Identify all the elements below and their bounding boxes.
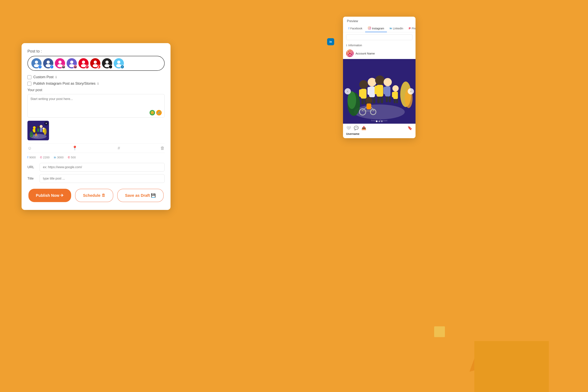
pi-char-count: © 500	[68, 156, 76, 159]
avatar-4[interactable]: 📷	[67, 58, 77, 68]
preview-info: ℹ Information	[343, 42, 416, 48]
svg-rect-76	[366, 104, 371, 109]
svg-point-14	[117, 60, 120, 64]
url-label: URL	[28, 165, 37, 169]
attachment-area: ✕	[28, 121, 49, 140]
hashtag-toolbar-icon[interactable]: #	[118, 146, 120, 151]
svg-rect-33	[368, 27, 371, 29]
preview-dot-1	[376, 120, 378, 122]
preview-actions: 🤍 💬 📤 🔖	[343, 124, 416, 132]
title-row: Title	[28, 174, 165, 183]
publish-now-button[interactable]: Publish Now ✈	[28, 189, 71, 202]
svg-point-57	[375, 76, 384, 85]
avatar-3[interactable]: 📷	[55, 58, 65, 68]
save-draft-button[interactable]: Save as Draft 💾	[117, 189, 164, 202]
svg-point-10	[94, 60, 97, 64]
svg-rect-59	[374, 86, 378, 94]
instagram-story-info-icon[interactable]: ℹ	[98, 82, 98, 86]
svg-rect-62	[381, 97, 383, 103]
avatar-6[interactable]: ▶	[90, 58, 100, 68]
fb-char-count: f 9000	[28, 156, 36, 159]
fb-char-icon: f	[28, 156, 28, 159]
bookmark-icon[interactable]: 🔖	[408, 126, 412, 130]
location-toolbar-icon[interactable]: 📍	[72, 146, 78, 151]
share-icon[interactable]: 📤	[362, 126, 366, 130]
custom-post-row: Custom Post ℹ	[28, 75, 165, 79]
avatar-badge-ig-1: 📷	[62, 65, 66, 69]
avatar-badge-fb-1: f	[38, 65, 42, 69]
svg-rect-60	[379, 86, 382, 94]
svg-rect-36	[347, 51, 352, 56]
svg-point-38	[351, 52, 352, 52]
tab-linkedin[interactable]: in LinkedIn	[387, 25, 406, 32]
comment-icon[interactable]: 💬	[354, 126, 359, 130]
svg-point-6	[70, 60, 73, 64]
svg-point-40	[354, 104, 405, 119]
url-input[interactable]	[40, 163, 165, 172]
svg-rect-53	[368, 87, 370, 95]
custom-post-label: Custom Post	[33, 75, 54, 79]
custom-post-checkbox[interactable]	[28, 75, 31, 79]
trash-toolbar-icon[interactable]: 🗑	[160, 146, 165, 151]
avatar-2[interactable]: f	[43, 58, 53, 68]
svg-point-0	[35, 60, 38, 64]
svg-rect-22	[37, 128, 39, 132]
svg-rect-48	[364, 90, 366, 97]
post-textarea[interactable]	[30, 97, 162, 113]
svg-rect-71	[392, 92, 394, 98]
svg-point-45	[359, 80, 368, 89]
emoji-toolbar-icon[interactable]: ☺	[28, 146, 32, 151]
post-to-label: Post to :	[28, 49, 165, 54]
schedule-button[interactable]: Schedule 🗓	[75, 189, 113, 202]
avatar-8[interactable]: in	[114, 58, 124, 68]
svg-point-35	[370, 27, 370, 28]
svg-point-37	[348, 52, 351, 55]
svg-point-12	[106, 60, 108, 64]
svg-point-8	[82, 60, 85, 64]
avatar-badge-pi: P	[85, 65, 89, 69]
preview-dot-2	[378, 120, 380, 122]
attachment-close-btn[interactable]: ✕	[44, 122, 48, 126]
avatar-1[interactable]: f	[31, 58, 42, 68]
emoji-orange-icon[interactable]: 🔗	[156, 110, 162, 116]
instagram-story-checkbox[interactable]	[28, 82, 31, 86]
svg-rect-20	[34, 129, 35, 132]
svg-point-4	[58, 60, 62, 64]
svg-rect-74	[396, 99, 398, 103]
svg-rect-72	[395, 92, 398, 98]
toolbar-row: ☺ 📍 # 🗑	[28, 144, 165, 153]
preview-nav-right[interactable]: ›	[408, 88, 414, 94]
preview-dots	[376, 120, 382, 122]
avatar-badge-yt: ▶	[97, 65, 101, 69]
instagram-story-label: Publish Instagram Post as Story/Stories	[33, 82, 96, 86]
heart-icon[interactable]: 🤍	[346, 126, 351, 130]
your-post-label: Your post	[28, 88, 165, 92]
deco-rect-bottom	[474, 341, 549, 392]
svg-rect-49	[362, 98, 364, 104]
linkedin-float-badge: in	[327, 38, 334, 45]
instagram-tab-icon	[368, 26, 371, 30]
tab-instagram[interactable]: Instagram	[365, 25, 387, 32]
svg-rect-73	[394, 99, 396, 103]
svg-rect-54	[372, 87, 374, 95]
title-input[interactable]	[40, 174, 165, 183]
preview-nav-left[interactable]: ‹	[344, 88, 351, 94]
custom-post-info-icon[interactable]: ℹ	[56, 75, 57, 79]
ig-char-value: 2200	[43, 156, 50, 159]
tab-pinterest[interactable]: P Pinterest	[406, 25, 416, 32]
preview-dot-3	[381, 120, 382, 122]
svg-rect-68	[389, 96, 391, 102]
emoji-green-icon[interactable]: 😊	[150, 110, 155, 116]
preview-image-container: freepik · Storyset ‹ ›	[343, 59, 416, 124]
svg-point-21	[37, 126, 40, 128]
instagram-story-row: Publish Instagram Post as Story/Stories …	[28, 82, 165, 86]
ig-char-count: © 2200	[40, 156, 50, 159]
pi-char-value: 500	[71, 156, 76, 159]
avatar-badge-tk: ♪	[108, 65, 112, 69]
svg-rect-65	[384, 87, 386, 94]
tab-facebook[interactable]: f Facebook	[346, 25, 365, 32]
avatar-5[interactable]: P	[78, 58, 88, 68]
title-label: Title	[28, 176, 37, 180]
avatar-7[interactable]: ♪	[102, 58, 112, 68]
preview-account-name: Account Name	[356, 52, 375, 55]
